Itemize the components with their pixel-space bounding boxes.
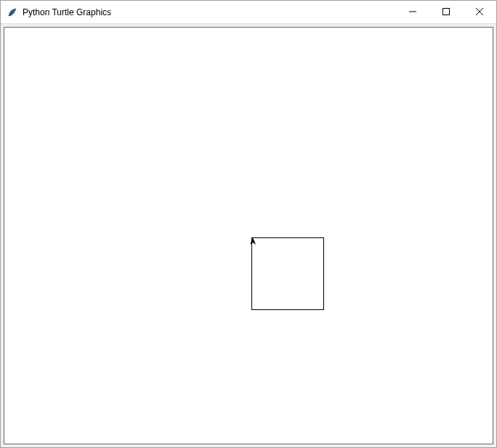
window-controls: [396, 1, 496, 23]
svg-rect-2: [443, 9, 450, 15]
window-title: Python Turtle Graphics: [23, 7, 396, 17]
app-window: Python Turtle Graphics: [0, 0, 497, 448]
drawn-square: [251, 237, 324, 310]
canvas-container: [1, 24, 496, 447]
close-icon: [476, 7, 483, 17]
maximize-button[interactable]: [429, 1, 463, 23]
titlebar[interactable]: Python Turtle Graphics: [1, 1, 496, 24]
minimize-button[interactable]: [396, 1, 429, 23]
maximize-icon: [443, 7, 450, 17]
close-button[interactable]: [463, 1, 496, 23]
svg-marker-5: [250, 237, 256, 245]
feather-icon: [7, 7, 18, 18]
minimize-icon: [409, 7, 416, 17]
turtle-canvas: [4, 27, 493, 444]
turtle-cursor-icon: [248, 237, 257, 248]
